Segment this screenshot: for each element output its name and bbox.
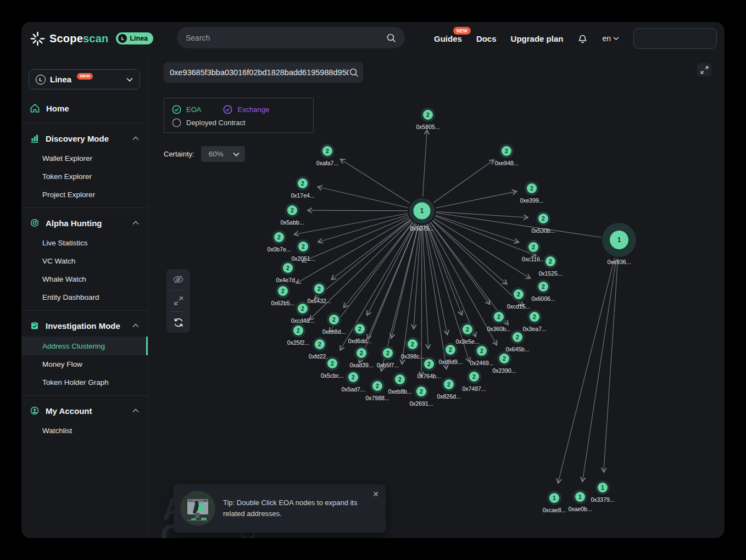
sidebar-group-investigation-mode[interactable]: Investigation Mode (21, 315, 148, 337)
sidebar-item-address-clustering[interactable]: Address Clustering (21, 337, 148, 355)
sidebar-item-whale-watch[interactable]: Whale Watch (21, 270, 148, 288)
graph-node-0x2390[interactable]: 20x2390... (492, 351, 516, 374)
sidebar-item-entity-dashboard[interactable]: Entity Dashboard (21, 288, 148, 306)
sidebar-item-token-holder-graph[interactable]: Token Holder Graph (21, 373, 148, 391)
node-address-label: 0xcd48... (291, 317, 315, 324)
graph-node-0x398c[interactable]: 20x398c... (401, 337, 425, 360)
graph-node-0x6432[interactable]: 20x6432... (307, 282, 331, 304)
graph-node-0x2469[interactable]: 20x2469... (470, 344, 493, 366)
graph-node-0x3379[interactable]: 10x3379... (591, 480, 614, 503)
graph-node-0x5805[interactable]: 20x5805... (416, 108, 439, 130)
graph-node-0x7487[interactable]: 20x7487... (462, 369, 486, 392)
sidebar-item-live-statistics[interactable]: Live Statistics (21, 234, 148, 252)
logo[interactable]: Scopescan L Linea (30, 31, 153, 46)
filter-deployed-contract[interactable]: Deployed Contract (172, 118, 246, 127)
node-badge: 1 (617, 236, 621, 244)
graph-node-0x5abb[interactable]: 20x5abb... (280, 203, 304, 226)
graph-node-0x3e5e[interactable]: 20x3e5e... (455, 322, 479, 345)
graph-node-0x62b5[interactable]: 20x62b5... (271, 284, 294, 306)
graph-edge (424, 225, 447, 369)
node-badge: 2 (277, 234, 281, 240)
bell-icon[interactable] (577, 33, 588, 44)
search-icon[interactable] (349, 68, 359, 77)
graph-node-0x5075[interactable]: 10x5075... (409, 198, 435, 232)
graph-node-0x25f2[interactable]: 20x25f2... (287, 323, 309, 346)
sidebar-item-wallet-explorer[interactable]: Wallet Explorer (21, 149, 148, 167)
graph-node-0x3ea7[interactable]: 20x3ea7... (522, 310, 546, 332)
node-address-label: 0x4e7d... (276, 277, 299, 283)
graph-node-0xd8d9[interactable]: 20xd8d9... (438, 343, 462, 365)
graph-node-0x5cbc[interactable]: 20x5cbc... (321, 356, 344, 379)
filter-exchange[interactable]: Exchange (223, 105, 269, 114)
graph-node-0xae0b[interactable]: 10xae0b... (568, 490, 592, 512)
graph-node-0xfd22[interactable]: 20xfd22... (309, 337, 331, 360)
sidebar-item-watchlist[interactable]: Watchlist (21, 422, 148, 440)
graph-node-0xcd15[interactable]: 20xcd15... (507, 287, 531, 310)
graph-node-0x5ad7[interactable]: 20x5ad7... (341, 370, 365, 393)
sidebar-item-project-explorer[interactable]: Project Explorer (21, 186, 148, 204)
divider (21, 395, 148, 396)
fullscreen-icon (700, 65, 709, 75)
graph-node-0xe948[interactable]: 20xe948... (494, 144, 518, 166)
node-address-label: 0xd6dd... (348, 338, 371, 344)
global-search-input[interactable]: Search (177, 27, 405, 48)
sidebar-item-home[interactable]: Home (21, 97, 148, 119)
node-address-label: 0xae0b... (568, 506, 592, 512)
filter-eoa[interactable]: EOA (172, 105, 201, 114)
fit-view-button[interactable] (166, 290, 190, 311)
graph-node-0xcae8[interactable]: 10xcae8... (543, 491, 566, 513)
node-badge: 2 (352, 374, 355, 380)
node-address-label: 0x6432... (307, 298, 331, 304)
graph-node-0x530b[interactable]: 20x530b... (531, 211, 555, 234)
graph-node-0xce8d[interactable]: 20xce8d... (322, 312, 346, 335)
nav-docs[interactable]: Docs (476, 34, 497, 43)
nav-guides[interactable]: Guides NEW (434, 34, 462, 43)
graph-node-0xeb8b[interactable]: 20xeb8b... (388, 372, 411, 395)
address-search-input[interactable]: 0xe93685f3bba03016f02bd1828badd6195988d9… (164, 62, 363, 83)
graph-node-0xb5f7[interactable]: 20xb5f7... (377, 346, 399, 368)
node-address-label: 0xc116... (522, 256, 545, 262)
sidebar-group-discovery-mode[interactable]: Discovery Mode (21, 127, 148, 149)
graph-node-0x2691[interactable]: 20x2691... (409, 384, 433, 407)
connect-wallet-button[interactable] (633, 28, 717, 49)
certainty-dropdown[interactable]: 60% (201, 146, 245, 162)
address-value: 0xe93685f3bba03016f02bd1828badd6195988d9… (170, 68, 349, 77)
close-icon[interactable]: ✕ (372, 490, 379, 499)
graph-node-0x4e7d[interactable]: 20x4e7d... (276, 261, 299, 283)
sidebar: L Linea NEW Home (21, 55, 148, 538)
fullscreen-button[interactable] (697, 63, 711, 76)
graph-node-0xe936[interactable]: 10xe936... (602, 223, 636, 265)
node-badge: 2 (386, 350, 389, 356)
tip-text: Tip: Double Click EOA nodes to expand it… (223, 497, 378, 519)
graph-node-0x826d[interactable]: 20x826d... (437, 377, 460, 400)
graph-node-0xe399[interactable]: 20xe399... (520, 181, 543, 204)
graph-node-0x0b7e[interactable]: 20x0b7e... (267, 230, 291, 253)
graph-edge (427, 224, 476, 337)
sidebar-group-alpha-hunting[interactable]: Alpha Hunting (21, 212, 148, 234)
node-address-label: 0x62b5... (271, 300, 294, 306)
sidebar-item-money-flow[interactable]: Money Flow (21, 355, 148, 373)
graph-canvas[interactable]: 10x5075...10xe936...20x5805...20xafa7...… (148, 55, 725, 538)
graph-node-0x764b[interactable]: 20x764b... (417, 357, 441, 379)
graph-node-0xad39[interactable]: 20xad39... (349, 346, 373, 368)
graph-node-0xd6dd[interactable]: 20xd6dd... (348, 322, 371, 344)
refresh-button[interactable] (166, 312, 190, 333)
graph-node-0x7988[interactable]: 20x7988... (365, 379, 389, 401)
sidebar-item-vc-watch[interactable]: VC Watch (21, 252, 148, 270)
graph-node-0x645b[interactable]: 20x645b... (505, 330, 529, 352)
graph-edge (436, 212, 528, 218)
node-address-label: 0xe948... (494, 160, 518, 166)
account-icon (30, 406, 39, 415)
graph-node-0x2051[interactable]: 20x2051... (291, 239, 315, 262)
network-selector[interactable]: L Linea NEW (29, 69, 140, 89)
language-selector[interactable]: en (602, 34, 619, 43)
graph-node-0x360b[interactable]: 20x360b... (487, 310, 510, 332)
graph-node-0x6006[interactable]: 20x6006... (531, 279, 555, 302)
linea-logo-icon: L (118, 34, 127, 43)
graph-node-0xafa7[interactable]: 20xafa7... (316, 144, 338, 166)
sidebar-item-token-explorer[interactable]: Token Explorer (21, 167, 148, 186)
graph-node-0x17e4[interactable]: 20x17e4... (291, 176, 314, 199)
nav-upgrade-plan[interactable]: Upgrade plan (511, 34, 564, 43)
hide-labels-button[interactable] (166, 269, 190, 290)
sidebar-group-my-account[interactable]: My Account (21, 400, 148, 422)
